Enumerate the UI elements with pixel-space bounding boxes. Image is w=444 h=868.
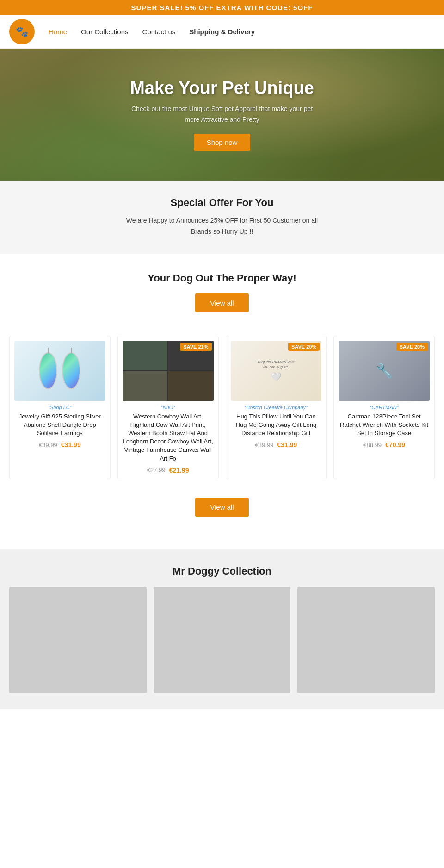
logo-area: 🐾 — [9, 19, 35, 44]
top-banner: SUPER SALE! 5% OFF EXTRA WITH CODE: 5OFF — [0, 0, 444, 15]
special-offer-section: Special Offer For You We are Happy to An… — [0, 181, 444, 254]
collection-section: Mr Doggy Collection — [0, 549, 444, 709]
nav-links: Home Our Collections Contact us Shipping… — [49, 28, 435, 36]
nav-collections[interactable]: Our Collections — [81, 28, 129, 36]
shop-label-toolset: *CARTMAN* — [339, 405, 430, 410]
logo-icon: 🐾 — [9, 19, 35, 44]
hero-title: Make Your Pet Unique — [125, 78, 319, 98]
price-row-earrings: €39.99 €31.99 — [14, 441, 105, 449]
products-title: Your Dog Out The Proper Way! — [14, 272, 430, 284]
product-title-earrings: Jewelry Gift 925 Sterling Silver Abalone… — [14, 412, 105, 438]
view-all-bottom-button[interactable]: View all — [195, 498, 248, 517]
hero-content: Make Your Pet Unique Check out the most … — [125, 78, 319, 151]
product-grid: SAVE 20% *Shop LC* Jewelry Gift 925 Ster… — [0, 336, 444, 488]
nav-home[interactable]: Home — [49, 28, 67, 36]
price-row-toolset: €88.99 €70.99 — [339, 441, 430, 449]
product-card-wallart: SAVE 21% *NIIO* Western Cowboy Wall Art,… — [117, 336, 219, 479]
product-card-pillow: SAVE 20% Hug this PILLOW untilYou can hu… — [226, 336, 327, 479]
product-title-pillow: Hug This Pillow Until You Can Hug Me Goi… — [231, 412, 322, 438]
price-old-wallart: €27.99 — [147, 467, 166, 474]
price-row-pillow: €39.99 €31.99 — [231, 441, 322, 449]
save-badge-pillow: SAVE 20% — [288, 343, 320, 351]
collection-grid — [9, 587, 435, 693]
special-offer-title: Special Offer For You — [18, 197, 426, 209]
special-offer-text: We are Happy to Announces 25% OFF for Fi… — [116, 215, 328, 237]
collection-item-3[interactable] — [297, 587, 435, 693]
hero-subtitle: Check out the most Unique Soft pet Appar… — [125, 104, 319, 125]
price-row-wallart: €27.99 €21.99 — [123, 467, 214, 474]
save-badge-toolset: SAVE 20% — [396, 343, 428, 351]
shop-now-button[interactable]: Shop now — [194, 134, 251, 151]
view-all-top-button[interactable]: View all — [195, 293, 248, 312]
shop-label-pillow: *Boston Creative Company* — [231, 405, 322, 410]
banner-text: SUPER SALE! 5% OFF EXTRA WITH CODE: 5OFF — [131, 4, 313, 12]
product-card-toolset: SAVE 20% 🔧 *CARTMAN* Cartman 123Piece To… — [333, 336, 435, 479]
price-old-earrings: €39.99 — [39, 442, 57, 449]
product-image-earrings — [14, 341, 105, 401]
collection-title: Mr Doggy Collection — [9, 565, 435, 577]
collection-item-2[interactable] — [154, 587, 291, 693]
price-new-pillow: €31.99 — [277, 441, 297, 449]
collection-item-1[interactable] — [9, 587, 147, 693]
shop-label-wallart: *NIIO* — [123, 405, 214, 410]
price-new-toolset: €70.99 — [385, 441, 405, 449]
save-badge-wallart: SAVE 21% — [180, 343, 211, 351]
product-title-wallart: Western Cowboy Wall Art, Highland Cow Wa… — [123, 412, 214, 463]
hero-section: Make Your Pet Unique Check out the most … — [0, 49, 444, 181]
nav-shipping[interactable]: Shipping & Delivery — [189, 28, 255, 36]
navbar: 🐾 Home Our Collections Contact us Shippi… — [0, 15, 444, 49]
product-title-toolset: Cartman 123Piece Tool Set Ratchet Wrench… — [339, 412, 430, 438]
shop-label-earrings: *Shop LC* — [14, 405, 105, 410]
price-old-toolset: €88.99 — [363, 442, 382, 449]
view-all-bottom-section: View all — [0, 488, 444, 549]
product-card-earrings: SAVE 20% *Shop LC* Jewelry Gift 925 Ster… — [9, 336, 111, 479]
price-old-pillow: €39.99 — [255, 442, 274, 449]
products-section: Your Dog Out The Proper Way! View all — [0, 254, 444, 336]
price-new-earrings: €31.99 — [61, 441, 81, 449]
price-new-wallart: €21.99 — [169, 467, 189, 474]
nav-contact[interactable]: Contact us — [142, 28, 176, 36]
